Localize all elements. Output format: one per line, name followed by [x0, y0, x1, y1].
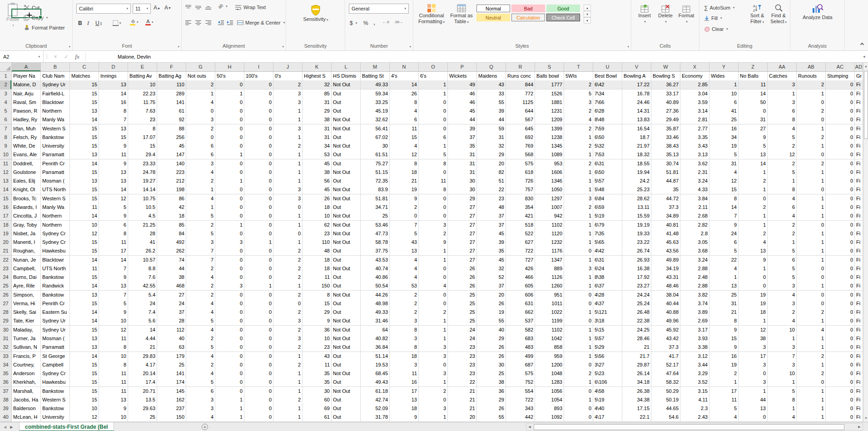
- cell-T16[interactable]: 2: [564, 203, 593, 212]
- cell-W40[interactable]: 54.6: [651, 413, 680, 422]
- cell-H8[interactable]: 0: [215, 133, 244, 142]
- cell-AB1[interactable]: Runouts: [797, 72, 826, 81]
- increase-decimal-button[interactable]: ←.0: [382, 20, 389, 24]
- cell-K24[interactable]: 11: [303, 273, 332, 282]
- cell-Z24[interactable]: 0: [739, 273, 768, 282]
- cell-Y40[interactable]: 4: [709, 413, 739, 422]
- column-header-L[interactable]: L: [332, 63, 361, 72]
- cell-J13[interactable]: 1: [273, 177, 303, 186]
- cell-K15[interactable]: 26: [303, 194, 332, 203]
- cell-AB39[interactable]: 1: [797, 404, 826, 413]
- cell-G28[interactable]: 4: [186, 308, 215, 317]
- cell-G13[interactable]: 2: [186, 177, 215, 186]
- cell-S31[interactable]: 1042: [535, 334, 564, 343]
- cell-Y9[interactable]: 19: [709, 142, 739, 151]
- row-header-22[interactable]: 22: [0, 256, 12, 265]
- cell-Y29[interactable]: 8: [709, 317, 739, 326]
- cell-AC32[interactable]: 0: [826, 343, 855, 352]
- cell-L7[interactable]: Not Out: [332, 124, 361, 134]
- cell-J10[interactable]: 1: [273, 150, 303, 159]
- cell-D3[interactable]: 14: [99, 89, 128, 99]
- cell-B1[interactable]: Club Nam: [41, 72, 70, 81]
- cell-Q21[interactable]: 35: [477, 247, 506, 256]
- cell-O19[interactable]: 2: [419, 229, 448, 238]
- scroll-up-button[interactable]: ▲: [863, 63, 868, 70]
- cell-W23[interactable]: 34.19: [651, 264, 680, 273]
- cell-K32[interactable]: 23: [303, 343, 332, 352]
- cell-E26[interactable]: 5.4: [128, 291, 157, 300]
- cell-J40[interactable]: 1: [273, 413, 303, 422]
- cell-S27[interactable]: 1011: [535, 299, 564, 308]
- cell-N24[interactable]: 4: [390, 273, 419, 282]
- cell-J23[interactable]: 2: [273, 264, 303, 273]
- cell-A39[interactable]: Balderson: [12, 404, 41, 413]
- cell-H23[interactable]: 0: [215, 264, 244, 273]
- row-header-27[interactable]: 27: [0, 299, 12, 308]
- cell-U8[interactable]: 6\50: [593, 133, 622, 142]
- cell-A31[interactable]: Turner, Ja: [12, 334, 41, 343]
- cell-G15[interactable]: 4: [186, 194, 215, 203]
- cell-B21[interactable]: Hawkesbu: [41, 247, 70, 256]
- cell-AD16[interactable]: Fi: [855, 203, 863, 212]
- cell-T30[interactable]: 1: [564, 326, 593, 335]
- cell-AB36[interactable]: 0: [797, 378, 826, 387]
- cell-I13[interactable]: 0: [244, 177, 273, 186]
- cell-T12[interactable]: 1: [564, 168, 593, 177]
- cell-N26[interactable]: 2: [390, 291, 419, 300]
- cell-H35[interactable]: 0: [215, 369, 244, 378]
- row-header-17[interactable]: 17: [0, 212, 12, 221]
- row-header-6[interactable]: 6: [0, 115, 12, 124]
- cell-R12[interactable]: 618: [506, 168, 535, 177]
- cell-AD38[interactable]: Fi: [855, 396, 863, 405]
- cell-K8[interactable]: 31: [303, 133, 332, 142]
- cell-V39[interactable]: 17.15: [622, 404, 651, 413]
- cell-C28[interactable]: 14: [70, 308, 99, 317]
- cell-AD39[interactable]: Fi: [855, 404, 863, 413]
- cell-P18[interactable]: 27: [448, 221, 477, 230]
- cell-U4[interactable]: 7\66: [593, 98, 622, 107]
- cell-AD35[interactable]: Fi: [855, 369, 863, 378]
- cell-AA2[interactable]: 3: [768, 80, 797, 89]
- cell-W14[interactable]: 35: [651, 185, 680, 194]
- cell-N14[interactable]: 19: [390, 185, 419, 194]
- cell-L14[interactable]: Not Out: [332, 185, 361, 194]
- new-sheet-button[interactable]: +: [202, 424, 208, 430]
- cell-AA24[interactable]: 5: [768, 273, 797, 282]
- cell-AA1[interactable]: Catches: [768, 72, 797, 81]
- cell-G9[interactable]: 6: [186, 142, 215, 151]
- cell-X1[interactable]: Economy: [680, 72, 709, 81]
- cell-V37[interactable]: 26.38: [622, 387, 651, 396]
- cell-K21[interactable]: 48: [303, 247, 332, 256]
- cell-G2[interactable]: 2: [186, 80, 215, 89]
- cell-AA22[interactable]: 6: [768, 256, 797, 265]
- cell-K3[interactable]: 85: [303, 89, 332, 99]
- column-header-T[interactable]: T: [564, 63, 593, 72]
- cell-D17[interactable]: 9: [99, 212, 128, 221]
- cell-E1[interactable]: Batting Av: [128, 72, 157, 81]
- cell-O33[interactable]: 3: [419, 352, 448, 361]
- fill-button[interactable]: Fill▾: [704, 15, 722, 21]
- cell-W31[interactable]: 43.42: [651, 334, 680, 343]
- cell-R36[interactable]: 752: [506, 378, 535, 387]
- cell-F16[interactable]: 42: [157, 203, 186, 212]
- cell-P16[interactable]: 27: [448, 203, 477, 212]
- cell-AB2[interactable]: 2: [797, 80, 826, 89]
- cell-D12[interactable]: 13: [99, 168, 128, 177]
- cell-X15[interactable]: 3.84: [680, 194, 709, 203]
- cell-Z32[interactable]: 3: [739, 343, 768, 352]
- cell-P26[interactable]: 25: [448, 291, 477, 300]
- cell-AC19[interactable]: 0: [826, 229, 855, 238]
- cut-button[interactable]: Cut: [24, 5, 40, 10]
- cell-D32[interactable]: 8: [99, 343, 128, 352]
- cell-G10[interactable]: 6: [186, 150, 215, 159]
- cell-A33[interactable]: Francis, P: [12, 352, 41, 361]
- cell-Q36[interactable]: 38: [477, 378, 506, 387]
- cell-W35[interactable]: 47.64: [651, 369, 680, 378]
- cell-J1[interactable]: 0's: [273, 72, 303, 81]
- cell-P3[interactable]: 46: [448, 89, 477, 99]
- cell-R38[interactable]: 722: [506, 396, 535, 405]
- cell-D23[interactable]: 7: [99, 264, 128, 273]
- cell-W13[interactable]: 44.87: [651, 177, 680, 186]
- analyze-data-button[interactable]: Analyze Data: [801, 4, 834, 20]
- cell-B27[interactable]: Penrith Cr: [41, 299, 70, 308]
